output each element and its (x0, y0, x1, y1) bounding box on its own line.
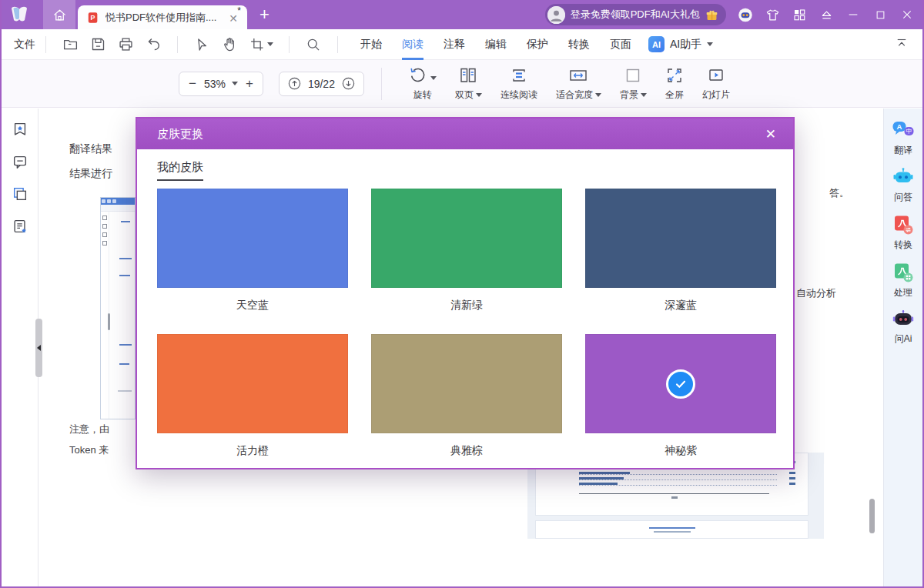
gift-icon (705, 8, 718, 22)
login-button[interactable]: 登录免费领取PDF和AI大礼包 (545, 4, 726, 25)
skin-option-deep-blue[interactable]: 深邃蓝 (585, 189, 776, 312)
skin-option-vital-orange[interactable]: 活力橙 (157, 334, 348, 458)
skin-swatch[interactable] (157, 189, 348, 288)
home-icon (52, 8, 67, 22)
close-window-button[interactable] (899, 7, 915, 22)
pdf-convert-icon (892, 214, 914, 236)
continuous-read-button[interactable]: 连续阅读 (500, 66, 537, 102)
skin-swatch[interactable] (371, 189, 562, 288)
comments-panel-button[interactable] (12, 153, 28, 170)
skin-swatch[interactable] (585, 334, 776, 433)
divider (177, 36, 178, 53)
avatar (547, 6, 565, 24)
save-button[interactable] (89, 36, 106, 53)
ai-robot-button[interactable] (738, 7, 753, 22)
hand-tool-button[interactable] (221, 36, 238, 53)
skin-swatch[interactable] (157, 334, 348, 433)
ask-ai-tool[interactable]: 问Ai (892, 309, 915, 346)
skin-option-fresh-green[interactable]: 清新绿 (371, 189, 562, 312)
rotate-icon (408, 66, 427, 85)
tab-read[interactable]: 阅读 (402, 29, 424, 60)
dialog-body: 我的皮肤 天空蓝 清新绿 深邃蓝 活力橙 (137, 149, 793, 458)
home-button[interactable] (43, 0, 75, 29)
thumbnails-panel-button[interactable] (12, 185, 28, 202)
fullscreen-button[interactable]: 全屏 (665, 66, 684, 102)
convert-tool[interactable]: 转换 (892, 214, 914, 252)
caret-down-icon[interactable] (232, 82, 238, 85)
ai-assistant-menu[interactable]: AI AI助手 (648, 36, 713, 52)
app-window: P 悦书PDF软件使用指南.... * ✕ + 登录免费领取PDF和AI大礼包 (0, 0, 924, 588)
skin-change-dialog: 皮肤更换 ✕ 我的皮肤 天空蓝 清新绿 深邃蓝 (136, 117, 795, 469)
tab-title: 悦书PDF软件使用指南.... (105, 11, 226, 25)
my-skins-tab[interactable]: 我的皮肤 (157, 160, 203, 181)
skin-option-elegant-brown[interactable]: 典雅棕 (371, 334, 562, 458)
tab-annotate[interactable]: 注释 (444, 29, 465, 60)
process-tool[interactable]: 处理 (892, 262, 914, 299)
ai-robot-icon (738, 7, 753, 23)
search-button[interactable] (305, 36, 322, 53)
skin-option-mystic-purple[interactable]: 神秘紫 (585, 334, 776, 458)
tab-start[interactable]: 开始 (360, 29, 382, 60)
slideshow-button[interactable]: 幻灯片 (702, 66, 730, 102)
sidebar-collapse-handle[interactable] (35, 319, 42, 377)
login-label: 登录免费领取PDF和AI大礼包 (571, 8, 700, 22)
tab-convert[interactable]: 转换 (568, 29, 590, 60)
left-panel-rail (2, 109, 38, 586)
ribbon-tabs: 开始 阅读 注释 编辑 保护 转换 页面 (360, 29, 631, 60)
tab-protect[interactable]: 保护 (527, 29, 548, 60)
page-down-button[interactable] (341, 76, 356, 91)
print-button[interactable] (117, 36, 134, 53)
divider (381, 68, 382, 100)
minimize-button[interactable] (845, 7, 861, 22)
fit-width-button[interactable]: 适合宽度 (556, 66, 601, 102)
tab-edit[interactable]: 编辑 (485, 29, 507, 60)
apps-grid-button[interactable] (792, 7, 807, 22)
maximize-icon (875, 9, 886, 21)
vertical-scrollbar[interactable] (869, 499, 875, 533)
doc-text-line: 翻译结果 (69, 142, 112, 156)
ai-badge-icon: AI (648, 36, 665, 52)
skin-name: 清新绿 (371, 299, 562, 312)
doc-text-line: 答。 (829, 186, 849, 200)
qa-tool[interactable]: 问答 (892, 167, 914, 204)
skin-button[interactable] (765, 7, 780, 22)
select-tool-button[interactable] (193, 36, 210, 53)
collapse-window-button[interactable] (819, 7, 834, 22)
maximize-button[interactable] (872, 7, 888, 22)
file-menu[interactable]: 文件 (14, 38, 35, 52)
document-tab[interactable]: P 悦书PDF软件使用指南.... * ✕ (78, 5, 247, 29)
notes-panel-button[interactable] (12, 218, 28, 235)
doc-text-line: Token 来 (69, 443, 109, 457)
view-toolbar: − 53% + 19/22 旋转 (2, 60, 924, 108)
ask-ai-label: 问Ai (895, 332, 912, 346)
bookmarks-panel-button[interactable] (12, 121, 28, 138)
crop-tool-button[interactable] (249, 36, 273, 53)
zoom-control: − 53% + (179, 72, 263, 96)
undo-button[interactable] (145, 36, 162, 53)
divider (45, 36, 46, 53)
two-page-button[interactable]: 双页 (455, 66, 482, 102)
tab-page[interactable]: 页面 (610, 29, 631, 60)
skin-swatch[interactable] (371, 334, 562, 433)
translate-tool[interactable]: A 中 翻译 (892, 120, 915, 157)
skin-swatch[interactable] (585, 189, 776, 288)
fullscreen-icon (665, 66, 684, 85)
caret-down-icon (476, 93, 482, 97)
skin-option-sky-blue[interactable]: 天空蓝 (157, 189, 348, 312)
collapse-toolbar-button[interactable] (895, 36, 909, 53)
pdf-process-icon (892, 262, 914, 283)
zoom-out-button[interactable]: − (187, 77, 198, 90)
new-tab-button[interactable]: + (259, 6, 270, 23)
rotate-button[interactable]: 旋转 (408, 66, 437, 102)
background-label: 背景 (620, 89, 647, 102)
skin-name: 天空蓝 (157, 299, 348, 312)
skin-name: 典雅棕 (371, 444, 562, 458)
dialog-close-button[interactable]: ✕ (765, 128, 776, 141)
two-page-label: 双页 (455, 89, 482, 102)
background-button[interactable]: 背景 (620, 66, 647, 102)
page-up-button[interactable] (287, 76, 302, 91)
page-indicator[interactable]: 19/22 (308, 78, 335, 90)
zoom-in-button[interactable]: + (244, 77, 255, 90)
open-folder-button[interactable] (62, 36, 79, 53)
grid-icon (792, 8, 806, 22)
